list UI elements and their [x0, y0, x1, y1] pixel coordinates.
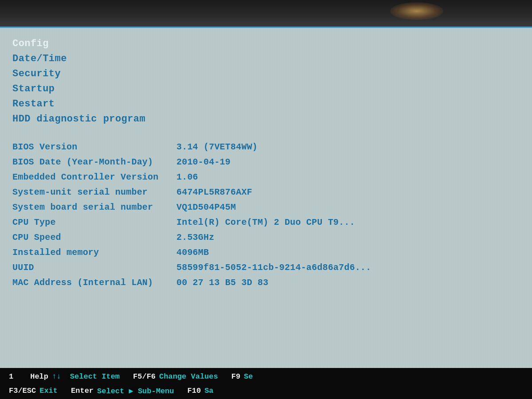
- menu-item-startup[interactable]: Startup: [12, 82, 520, 97]
- menu-item-restart[interactable]: Restart: [12, 97, 520, 112]
- value-unit-serial: 6474PL5R876AXF: [176, 185, 520, 200]
- bottom-bar-line1: 1 Help ↑↓ Select Item F5/F6 Change Value…: [4, 369, 528, 383]
- top-bar: [0, 0, 532, 27]
- fn-desc-f10: Sa: [204, 387, 213, 395]
- label-uuid: UUID: [12, 260, 176, 275]
- value-board-serial: VQ1D504P45M: [176, 200, 520, 215]
- label-unit-serial: System-unit serial number: [12, 185, 176, 200]
- menu-section: Config Date/Time Security Startup Restar…: [12, 36, 520, 127]
- table-row: BIOS Date (Year-Month-Day) 2010-04-19: [12, 155, 520, 170]
- fn-desc-f9: Se: [244, 372, 253, 381]
- fn-key-f5f6: F5/F6: [133, 372, 156, 381]
- table-row: System-unit serial number 6474PL5R876AXF: [12, 185, 520, 200]
- fn-item-f9: F9 Se: [227, 372, 262, 381]
- fn-item-enter: Enter Select ▶ Sub-Menu: [66, 386, 183, 395]
- menu-item-hdd[interactable]: HDD diagnostic program: [12, 112, 520, 127]
- bottom-bar: 1 Help ↑↓ Select Item F5/F6 Change Value…: [0, 368, 532, 399]
- fn-key-1: 1: [9, 372, 13, 381]
- fn-item-help: Help ↑↓ Select Item: [26, 372, 129, 381]
- value-mac: 00 27 13 B5 3D 83: [176, 275, 520, 290]
- fn-key-f9: F9: [231, 372, 240, 381]
- label-bios-version: BIOS Version: [12, 140, 176, 155]
- table-row: BIOS Version 3.14 (7VET84WW): [12, 140, 520, 155]
- fn-desc-esc: Exit: [39, 387, 58, 395]
- label-memory: Installed memory: [12, 245, 176, 260]
- value-ec-version: 1.06: [176, 170, 520, 185]
- menu-item-security[interactable]: Security: [12, 66, 520, 82]
- table-row: UUID 58599f81-5052-11cb-9214-a6d86a7d6..…: [12, 260, 520, 275]
- fn-desc-help: ↑↓ Select Item: [52, 372, 120, 381]
- menu-item-datetime[interactable]: Date/Time: [12, 51, 520, 66]
- table-row: MAC Address (Internal LAN) 00 27 13 B5 3…: [12, 275, 520, 290]
- fn-desc-f5f6: Change Values: [159, 372, 218, 381]
- bios-screen: Config Date/Time Security Startup Restar…: [0, 0, 532, 399]
- fn-key-enter: Enter: [71, 387, 94, 395]
- table-row: CPU Type Intel(R) Core(TM) 2 Duo CPU T9.…: [12, 215, 520, 230]
- fn-item-f5f6: F5/F6 Change Values: [129, 372, 227, 381]
- fn-key-esc: F3/ESC: [9, 387, 36, 395]
- fn-key-f10: F10: [188, 387, 201, 395]
- label-cpu-type: CPU Type: [12, 215, 176, 230]
- fn-desc-enter: Select ▶ Sub-Menu: [97, 386, 174, 395]
- info-table: BIOS Version 3.14 (7VET84WW) BIOS Date (…: [12, 140, 520, 290]
- fn-item-esc: F3/ESC Exit: [4, 387, 66, 395]
- value-bios-date: 2010-04-19: [176, 155, 520, 170]
- label-board-serial: System board serial number: [12, 200, 176, 215]
- label-cpu-speed: CPU Speed: [12, 230, 176, 245]
- menu-item-config[interactable]: Config: [12, 36, 520, 51]
- bottom-bar-line2: F3/ESC Exit Enter Select ▶ Sub-Menu F10 …: [4, 383, 528, 398]
- bottom-rows: 1 Help ↑↓ Select Item F5/F6 Change Value…: [4, 368, 528, 399]
- table-row: CPU Speed 2.53GHz: [12, 230, 520, 245]
- fn-item-1: 1: [4, 372, 26, 381]
- label-ec-version: Embedded Controller Version: [12, 170, 176, 185]
- fn-key-help: Help: [30, 372, 48, 381]
- value-cpu-type: Intel(R) Core(TM) 2 Duo CPU T9...: [176, 215, 520, 230]
- value-cpu-speed: 2.53GHz: [176, 230, 520, 245]
- fn-item-f10: F10 Sa: [183, 387, 223, 395]
- table-row: Installed memory 4096MB: [12, 245, 520, 260]
- bios-content-area: Config Date/Time Security Startup Restar…: [0, 27, 532, 368]
- label-mac: MAC Address (Internal LAN): [12, 275, 176, 290]
- table-row: System board serial number VQ1D504P45M: [12, 200, 520, 215]
- table-row: Embedded Controller Version 1.06: [12, 170, 520, 185]
- value-memory: 4096MB: [176, 245, 520, 260]
- value-bios-version: 3.14 (7VET84WW): [176, 140, 520, 155]
- label-bios-date: BIOS Date (Year-Month-Day): [12, 155, 176, 170]
- value-uuid: 58599f81-5052-11cb-9214-a6d86a7d6...: [176, 260, 520, 275]
